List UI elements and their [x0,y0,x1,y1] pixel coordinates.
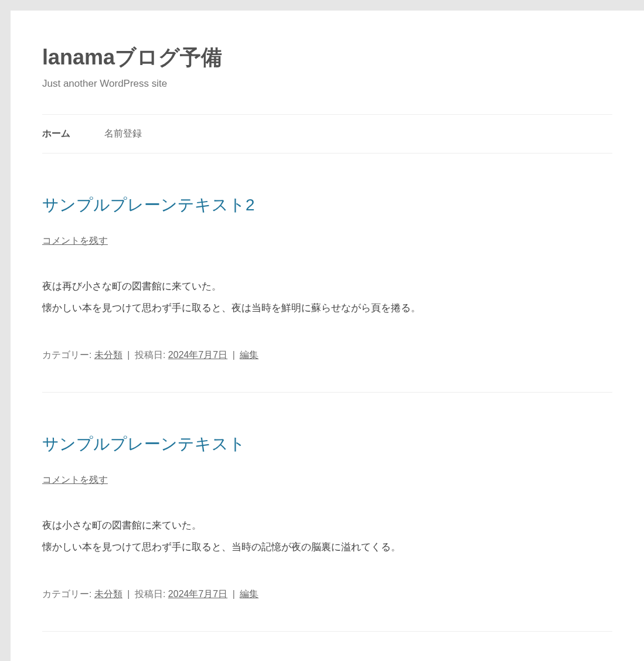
site-title[interactable]: lanamaブログ予備 [42,45,612,70]
category-link[interactable]: 未分類 [94,589,122,599]
post-body: 夜は小さな町の図書館に来ていた。 懐かしい本を見つけて思わず手に取ると、当時の記… [42,515,612,558]
main-content: サンプルプレーンテキスト2 コメントを残す 夜は再び小さな町の図書館に来ていた。… [11,154,644,632]
post-meta: カテゴリー: 未分類 | 投稿日: 2024年7月7日 | 編集 [42,586,612,603]
edit-link[interactable]: 編集 [240,350,258,360]
comment-link[interactable]: コメントを残す [42,474,108,486]
category-link[interactable]: 未分類 [94,350,122,360]
post-meta: カテゴリー: 未分類 | 投稿日: 2024年7月7日 | 編集 [42,347,612,364]
category-label: カテゴリー: [42,589,94,599]
nav-item-register[interactable]: 名前登録 [104,115,142,153]
post: サンプルプレーンテキスト コメントを残す 夜は小さな町の図書館に来ていた。 懐か… [42,393,612,632]
post-title-link[interactable]: サンプルプレーンテキスト2 [42,195,612,216]
meta-separator: | [230,589,237,599]
date-link[interactable]: 2024年7月7日 [168,350,227,360]
main-nav: ホーム 名前登録 [42,114,612,154]
site-header: lanamaブログ予備 Just another WordPress site [11,11,644,90]
post-body-line: 懐かしい本を見つけて思わず手に取ると、当時の記憶が夜の脳裏に溢れてくる。 [42,541,401,553]
meta-separator: | [125,350,132,360]
post-body-line: 夜は再び小さな町の図書館に来ていた。 [42,281,222,292]
nav-item-home[interactable]: ホーム [42,115,70,153]
edit-link[interactable]: 編集 [240,589,258,599]
meta-separator: | [125,589,132,599]
nav-list: ホーム 名前登録 [42,115,612,153]
page-container: lanamaブログ予備 Just another WordPress site … [11,11,644,661]
post-body-line: 夜は小さな町の図書館に来ていた。 [42,520,202,531]
post-body: 夜は再び小さな町の図書館に来ていた。 懐かしい本を見つけて思わず手に取ると、夜は… [42,275,612,319]
date-label: 投稿日: [135,589,168,599]
category-label: カテゴリー: [42,350,94,360]
meta-separator: | [230,350,237,360]
post-title-link[interactable]: サンプルプレーンテキスト [42,434,612,455]
post: サンプルプレーンテキスト2 コメントを残す 夜は再び小さな町の図書館に来ていた。… [42,154,612,393]
post-body-line: 懐かしい本を見つけて思わず手に取ると、夜は当時を鮮明に蘇らせながら頁を捲る。 [42,302,421,314]
comment-link[interactable]: コメントを残す [42,235,108,247]
date-link[interactable]: 2024年7月7日 [168,589,227,599]
site-tagline: Just another WordPress site [42,78,612,90]
date-label: 投稿日: [135,350,168,360]
